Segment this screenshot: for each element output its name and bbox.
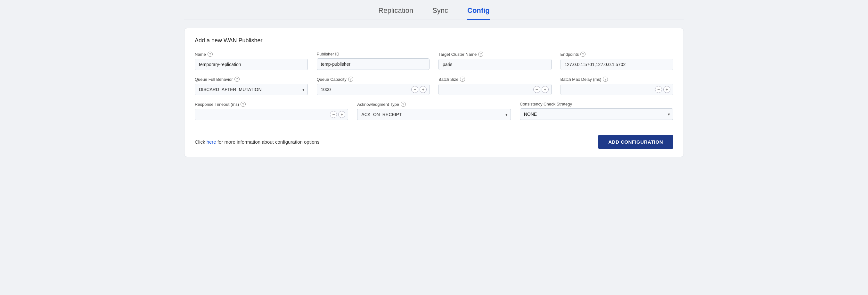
endpoints-input[interactable] — [560, 59, 674, 70]
tab-sync[interactable]: Sync — [432, 6, 448, 20]
publisher-id-input[interactable] — [317, 58, 430, 70]
response-timeout-decrement-button[interactable]: − — [330, 111, 337, 118]
consistency-check-strategy-label: Consistency Check Strategy — [520, 101, 673, 107]
batch-size-label: Batch Size ? — [438, 77, 552, 82]
batch-size-help-icon[interactable]: ? — [460, 77, 465, 82]
acknowledgment-type-label: Acknowledgment Type ? — [357, 101, 510, 107]
queue-full-behavior-label: Queue Full Behavior ? — [195, 77, 308, 82]
target-cluster-group: Target Cluster Name ? — [438, 52, 552, 70]
endpoints-help-icon[interactable]: ? — [580, 52, 586, 57]
tab-bar: Replication Sync Config — [184, 6, 684, 20]
footer-info-text: Click here for more information about co… — [195, 139, 319, 145]
name-group: Name ? — [195, 52, 308, 70]
acknowledgment-type-select-wrapper: ACK_ON_RECEIPT ACK_ON_OPERATION_COMPLETE… — [357, 109, 510, 120]
batch-max-delay-label: Batch Max Delay (ms) ? — [560, 77, 674, 82]
queue-capacity-increment-button[interactable]: + — [420, 86, 427, 93]
name-input[interactable] — [195, 59, 308, 70]
batch-max-delay-help-icon[interactable]: ? — [603, 77, 608, 82]
acknowledgment-type-help-icon[interactable]: ? — [401, 101, 406, 107]
batch-size-input[interactable] — [439, 84, 533, 95]
name-help-icon[interactable]: ? — [208, 52, 213, 57]
queue-capacity-decrement-button[interactable]: − — [411, 86, 418, 93]
queue-capacity-input[interactable] — [317, 84, 411, 95]
batch-max-delay-group: Batch Max Delay (ms) ? − + — [560, 77, 674, 95]
queue-capacity-help-icon[interactable]: ? — [348, 77, 353, 82]
acknowledgment-type-group: Acknowledgment Type ? ACK_ON_RECEIPT ACK… — [357, 101, 510, 120]
form-row-3: Response Timeout (ms) ? − + Acknowledgme… — [195, 101, 673, 120]
footer-here-link[interactable]: here — [207, 139, 216, 145]
add-configuration-button[interactable]: ADD CONFIGURATION — [598, 135, 673, 149]
card-footer: Click here for more information about co… — [195, 135, 673, 149]
card-divider — [195, 128, 673, 128]
tab-replication[interactable]: Replication — [378, 6, 413, 20]
queue-capacity-label: Queue Capacity ? — [317, 77, 430, 82]
batch-size-group: Batch Size ? − + — [438, 77, 552, 95]
tab-config[interactable]: Config — [467, 6, 490, 20]
batch-size-decrement-button[interactable]: − — [533, 86, 540, 93]
batch-size-increment-button[interactable]: + — [541, 86, 549, 93]
queue-full-behavior-help-icon[interactable]: ? — [235, 77, 240, 82]
queue-capacity-stepper: − + — [317, 84, 430, 95]
queue-full-behavior-group: Queue Full Behavior ? DISCARD_AFTER_MUTA… — [195, 77, 308, 95]
response-timeout-input[interactable] — [195, 109, 330, 120]
form-row-2: Queue Full Behavior ? DISCARD_AFTER_MUTA… — [195, 77, 673, 95]
acknowledgment-type-select[interactable]: ACK_ON_RECEIPT ACK_ON_OPERATION_COMPLETE — [357, 109, 510, 120]
batch-max-delay-input[interactable] — [561, 84, 655, 95]
consistency-check-strategy-select-wrapper: NONE MERKLE ▾ — [520, 108, 673, 120]
batch-max-delay-stepper: − + — [560, 84, 674, 95]
endpoints-group: Endpoints ? — [560, 52, 674, 70]
consistency-check-strategy-group: Consistency Check Strategy NONE MERKLE ▾ — [520, 101, 673, 120]
batch-max-delay-decrement-button[interactable]: − — [655, 86, 662, 93]
batch-size-stepper: − + — [438, 84, 552, 95]
form-row-1: Name ? Publisher ID Target Cluster Name … — [195, 52, 673, 70]
target-cluster-label: Target Cluster Name ? — [438, 52, 552, 57]
name-label: Name ? — [195, 52, 308, 57]
consistency-check-strategy-select[interactable]: NONE MERKLE — [520, 108, 673, 120]
target-cluster-input[interactable] — [438, 59, 552, 70]
card-title: Add a new WAN Publisher — [195, 37, 673, 44]
response-timeout-increment-button[interactable]: + — [338, 111, 345, 118]
queue-full-behavior-select-wrapper: DISCARD_AFTER_MUTATION THROW_EXCEPTION D… — [195, 84, 308, 95]
queue-capacity-group: Queue Capacity ? − + — [317, 77, 430, 95]
response-timeout-group: Response Timeout (ms) ? − + — [195, 101, 348, 120]
publisher-id-label: Publisher ID — [317, 52, 430, 56]
wan-publisher-card: Add a new WAN Publisher Name ? Publisher… — [184, 28, 684, 157]
response-timeout-stepper: − + — [195, 109, 348, 120]
response-timeout-label: Response Timeout (ms) ? — [195, 101, 348, 107]
response-timeout-help-icon[interactable]: ? — [241, 101, 246, 107]
publisher-id-group: Publisher ID — [317, 52, 430, 70]
target-cluster-help-icon[interactable]: ? — [478, 52, 483, 57]
queue-full-behavior-select[interactable]: DISCARD_AFTER_MUTATION THROW_EXCEPTION D… — [195, 84, 308, 95]
endpoints-label: Endpoints ? — [560, 52, 674, 57]
batch-max-delay-increment-button[interactable]: + — [663, 86, 671, 93]
